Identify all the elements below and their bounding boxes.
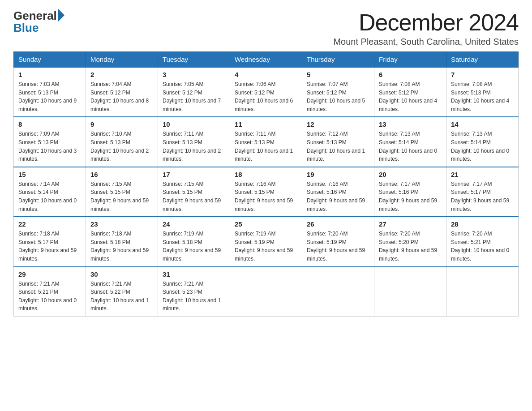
- calendar-day-cell: 18 Sunrise: 7:16 AM Sunset: 5:15 PM Dayl…: [230, 167, 302, 217]
- day-info: Sunrise: 7:14 AM Sunset: 5:14 PM Dayligh…: [18, 180, 81, 213]
- day-number: 4: [235, 71, 297, 78]
- calendar-week-row: 29 Sunrise: 7:21 AM Sunset: 5:21 PM Dayl…: [14, 267, 519, 317]
- day-number: 24: [163, 220, 225, 228]
- title-block: December 2024 Mount Pleasant, South Caro…: [333, 9, 519, 47]
- page-header: General Blue December 2024 Mount Pleasan…: [13, 9, 519, 47]
- calendar-week-row: 8 Sunrise: 7:09 AM Sunset: 5:13 PM Dayli…: [14, 117, 519, 167]
- logo: General Blue: [13, 9, 64, 35]
- calendar-day-cell: 24 Sunrise: 7:19 AM Sunset: 5:18 PM Dayl…: [158, 217, 230, 266]
- day-info: Sunrise: 7:15 AM Sunset: 5:15 PM Dayligh…: [163, 180, 225, 213]
- day-info: Sunrise: 7:20 AM Sunset: 5:20 PM Dayligh…: [379, 230, 442, 263]
- day-number: 8: [18, 120, 81, 128]
- day-number: 1: [18, 71, 81, 78]
- day-info: Sunrise: 7:08 AM Sunset: 5:13 PM Dayligh…: [451, 80, 514, 113]
- day-info: Sunrise: 7:19 AM Sunset: 5:19 PM Dayligh…: [235, 230, 297, 263]
- month-title: December 2024: [333, 9, 519, 36]
- calendar-day-cell: 1 Sunrise: 7:03 AM Sunset: 5:13 PM Dayli…: [14, 67, 86, 117]
- day-info: Sunrise: 7:12 AM Sunset: 5:13 PM Dayligh…: [307, 130, 369, 163]
- day-number: 30: [90, 270, 153, 278]
- day-number: 6: [379, 71, 442, 78]
- calendar-header: SundayMondayTuesdayWednesdayThursdayFrid…: [14, 52, 519, 68]
- day-info: Sunrise: 7:03 AM Sunset: 5:13 PM Dayligh…: [18, 80, 81, 113]
- day-number: 21: [451, 171, 514, 178]
- day-info: Sunrise: 7:09 AM Sunset: 5:13 PM Dayligh…: [18, 130, 81, 163]
- day-number: 23: [90, 220, 153, 228]
- day-info: Sunrise: 7:13 AM Sunset: 5:14 PM Dayligh…: [379, 130, 442, 163]
- calendar-day-cell: 2 Sunrise: 7:04 AM Sunset: 5:12 PM Dayli…: [86, 67, 158, 117]
- weekday-header-monday: Monday: [86, 52, 158, 68]
- location-subtitle: Mount Pleasant, South Carolina, United S…: [333, 37, 519, 47]
- logo-blue-text: Blue: [13, 21, 39, 35]
- day-info: Sunrise: 7:04 AM Sunset: 5:12 PM Dayligh…: [90, 80, 153, 113]
- day-info: Sunrise: 7:21 AM Sunset: 5:21 PM Dayligh…: [18, 280, 81, 313]
- day-number: 5: [307, 71, 369, 78]
- calendar-day-cell: 13 Sunrise: 7:13 AM Sunset: 5:14 PM Dayl…: [374, 117, 446, 167]
- day-number: 25: [235, 220, 297, 228]
- calendar-day-cell: [374, 267, 446, 317]
- day-number: 10: [163, 120, 225, 128]
- day-number: 7: [451, 71, 514, 78]
- calendar-day-cell: 23 Sunrise: 7:18 AM Sunset: 5:18 PM Dayl…: [86, 217, 158, 266]
- calendar-day-cell: 19 Sunrise: 7:16 AM Sunset: 5:16 PM Dayl…: [302, 167, 374, 217]
- day-number: 9: [90, 120, 153, 128]
- calendar-day-cell: 22 Sunrise: 7:18 AM Sunset: 5:17 PM Dayl…: [14, 217, 86, 266]
- day-info: Sunrise: 7:05 AM Sunset: 5:12 PM Dayligh…: [163, 80, 225, 113]
- day-number: 11: [235, 120, 297, 128]
- day-info: Sunrise: 7:15 AM Sunset: 5:15 PM Dayligh…: [90, 180, 153, 213]
- day-info: Sunrise: 7:11 AM Sunset: 5:13 PM Dayligh…: [235, 130, 297, 163]
- day-info: Sunrise: 7:19 AM Sunset: 5:18 PM Dayligh…: [163, 230, 225, 263]
- day-info: Sunrise: 7:21 AM Sunset: 5:23 PM Dayligh…: [163, 280, 225, 313]
- day-number: 15: [18, 171, 81, 178]
- calendar-day-cell: [302, 267, 374, 317]
- weekday-header-friday: Friday: [374, 52, 446, 68]
- calendar-day-cell: 25 Sunrise: 7:19 AM Sunset: 5:19 PM Dayl…: [230, 217, 302, 266]
- day-number: 12: [307, 120, 369, 128]
- day-info: Sunrise: 7:16 AM Sunset: 5:15 PM Dayligh…: [235, 180, 297, 213]
- calendar-day-cell: 15 Sunrise: 7:14 AM Sunset: 5:14 PM Dayl…: [14, 167, 86, 217]
- day-number: 14: [451, 120, 514, 128]
- day-info: Sunrise: 7:06 AM Sunset: 5:12 PM Dayligh…: [235, 80, 297, 113]
- day-info: Sunrise: 7:17 AM Sunset: 5:16 PM Dayligh…: [379, 180, 442, 213]
- calendar-day-cell: 26 Sunrise: 7:20 AM Sunset: 5:19 PM Dayl…: [302, 217, 374, 266]
- weekday-header-saturday: Saturday: [446, 52, 519, 68]
- day-number: 29: [18, 270, 81, 278]
- calendar-day-cell: 29 Sunrise: 7:21 AM Sunset: 5:21 PM Dayl…: [14, 267, 86, 317]
- day-info: Sunrise: 7:13 AM Sunset: 5:14 PM Dayligh…: [451, 130, 514, 163]
- calendar-day-cell: [230, 267, 302, 317]
- day-number: 31: [163, 270, 225, 278]
- day-number: 13: [379, 120, 442, 128]
- calendar-week-row: 1 Sunrise: 7:03 AM Sunset: 5:13 PM Dayli…: [14, 67, 519, 117]
- day-info: Sunrise: 7:11 AM Sunset: 5:13 PM Dayligh…: [163, 130, 225, 163]
- calendar-day-cell: 11 Sunrise: 7:11 AM Sunset: 5:13 PM Dayl…: [230, 117, 302, 167]
- day-info: Sunrise: 7:18 AM Sunset: 5:18 PM Dayligh…: [90, 230, 153, 263]
- day-info: Sunrise: 7:16 AM Sunset: 5:16 PM Dayligh…: [307, 180, 369, 213]
- calendar-day-cell: 4 Sunrise: 7:06 AM Sunset: 5:12 PM Dayli…: [230, 67, 302, 117]
- calendar-week-row: 22 Sunrise: 7:18 AM Sunset: 5:17 PM Dayl…: [14, 217, 519, 266]
- day-info: Sunrise: 7:17 AM Sunset: 5:17 PM Dayligh…: [451, 180, 514, 213]
- calendar-body: 1 Sunrise: 7:03 AM Sunset: 5:13 PM Dayli…: [14, 67, 519, 316]
- calendar-day-cell: 17 Sunrise: 7:15 AM Sunset: 5:15 PM Dayl…: [158, 167, 230, 217]
- calendar-day-cell: 16 Sunrise: 7:15 AM Sunset: 5:15 PM Dayl…: [86, 167, 158, 217]
- calendar-day-cell: 3 Sunrise: 7:05 AM Sunset: 5:12 PM Dayli…: [158, 67, 230, 117]
- day-info: Sunrise: 7:18 AM Sunset: 5:17 PM Dayligh…: [18, 230, 81, 263]
- weekday-header-wednesday: Wednesday: [230, 52, 302, 68]
- day-info: Sunrise: 7:20 AM Sunset: 5:19 PM Dayligh…: [307, 230, 369, 263]
- calendar-day-cell: 21 Sunrise: 7:17 AM Sunset: 5:17 PM Dayl…: [446, 167, 519, 217]
- calendar-day-cell: 27 Sunrise: 7:20 AM Sunset: 5:20 PM Dayl…: [374, 217, 446, 266]
- day-number: 3: [163, 71, 225, 78]
- day-number: 18: [235, 171, 297, 178]
- calendar-day-cell: 30 Sunrise: 7:21 AM Sunset: 5:22 PM Dayl…: [86, 267, 158, 317]
- calendar-day-cell: 28 Sunrise: 7:20 AM Sunset: 5:21 PM Dayl…: [446, 217, 519, 266]
- calendar-day-cell: [446, 267, 519, 317]
- calendar-table: SundayMondayTuesdayWednesdayThursdayFrid…: [13, 51, 519, 317]
- calendar-day-cell: 20 Sunrise: 7:17 AM Sunset: 5:16 PM Dayl…: [374, 167, 446, 217]
- day-number: 27: [379, 220, 442, 228]
- calendar-day-cell: 6 Sunrise: 7:08 AM Sunset: 5:12 PM Dayli…: [374, 67, 446, 117]
- calendar-day-cell: 12 Sunrise: 7:12 AM Sunset: 5:13 PM Dayl…: [302, 117, 374, 167]
- day-number: 17: [163, 171, 225, 178]
- day-info: Sunrise: 7:08 AM Sunset: 5:12 PM Dayligh…: [379, 80, 442, 113]
- day-info: Sunrise: 7:21 AM Sunset: 5:22 PM Dayligh…: [90, 280, 153, 313]
- calendar-day-cell: 9 Sunrise: 7:10 AM Sunset: 5:13 PM Dayli…: [86, 117, 158, 167]
- calendar-day-cell: 8 Sunrise: 7:09 AM Sunset: 5:13 PM Dayli…: [14, 117, 86, 167]
- day-info: Sunrise: 7:07 AM Sunset: 5:12 PM Dayligh…: [307, 80, 369, 113]
